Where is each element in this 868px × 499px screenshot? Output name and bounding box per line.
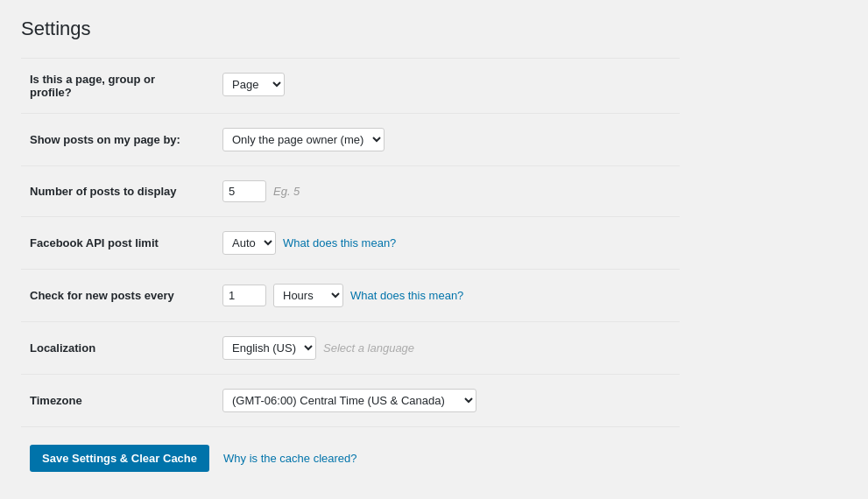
- save-settings-button[interactable]: Save Settings & Clear Cache: [30, 445, 209, 472]
- label-check-interval: Check for new posts every: [21, 270, 214, 322]
- num-posts-hint: Eg. 5: [273, 185, 300, 198]
- control-page-type: Page Group Profile: [214, 59, 680, 110]
- label-localization: Localization: [21, 322, 214, 375]
- row-num-posts: Number of posts to display Eg. 5: [21, 166, 680, 217]
- input-num-posts[interactable]: [222, 180, 266, 202]
- row-api-limit: Facebook API post limit Auto 10 25 50 Wh…: [21, 217, 680, 270]
- select-timezone[interactable]: (GMT-06:00) Central Time (US & Canada) (…: [222, 389, 476, 412]
- label-api-limit: Facebook API post limit: [21, 217, 214, 270]
- control-num-posts: Eg. 5: [214, 166, 680, 216]
- settings-container: Settings Is this a page, group or profil…: [0, 0, 701, 499]
- cache-link[interactable]: Why is the cache cleared?: [223, 452, 356, 465]
- control-timezone: (GMT-06:00) Central Time (US & Canada) (…: [214, 375, 680, 426]
- select-interval-unit[interactable]: Minutes Hours Days: [273, 284, 343, 307]
- select-show-posts[interactable]: Only the page owner (me) Everyone Friend…: [222, 128, 385, 151]
- control-api-limit: Auto 10 25 50 What does this mean?: [214, 217, 680, 269]
- button-row: Save Settings & Clear Cache Why is the c…: [21, 427, 680, 489]
- select-localization[interactable]: English (US) English (UK) Spanish French…: [222, 336, 316, 360]
- control-localization: English (US) English (UK) Spanish French…: [214, 322, 680, 374]
- row-check-interval: Check for new posts every Minutes Hours …: [21, 270, 680, 322]
- row-localization: Localization English (US) English (UK) S…: [21, 322, 680, 375]
- control-check-interval: Minutes Hours Days What does this mean?: [214, 270, 680, 321]
- label-show-posts: Show posts on my page by:: [21, 114, 214, 166]
- page-title: Settings: [21, 18, 680, 40]
- api-limit-what-link[interactable]: What does this mean?: [283, 236, 396, 249]
- select-api-limit[interactable]: Auto 10 25 50: [222, 231, 276, 255]
- row-timezone: Timezone (GMT-06:00) Central Time (US & …: [21, 375, 680, 427]
- label-page-type: Is this a page, group or profile?: [21, 59, 214, 114]
- select-page-type[interactable]: Page Group Profile: [222, 73, 285, 96]
- label-num-posts: Number of posts to display: [21, 166, 214, 217]
- control-show-posts: Only the page owner (me) Everyone Friend…: [214, 114, 680, 165]
- row-page-type: Is this a page, group or profile? Page G…: [21, 59, 680, 114]
- interval-what-link[interactable]: What does this mean?: [350, 289, 463, 302]
- row-show-posts: Show posts on my page by: Only the page …: [21, 114, 680, 166]
- settings-table: Is this a page, group or profile? Page G…: [21, 58, 680, 427]
- input-interval-value[interactable]: [222, 285, 266, 306]
- label-timezone: Timezone: [21, 375, 214, 427]
- localization-hint: Select a language: [323, 341, 414, 355]
